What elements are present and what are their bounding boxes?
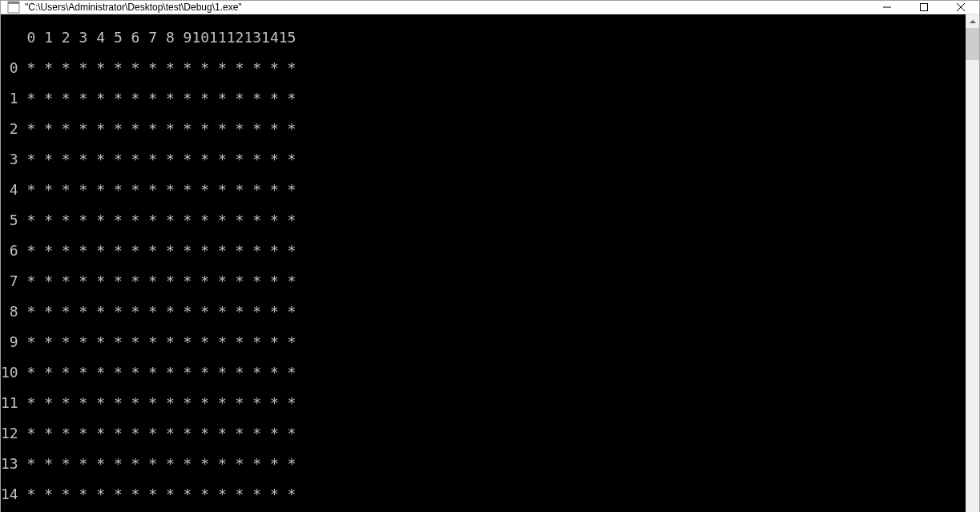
board-row: 10 * * * * * * * * * * * * * * * * xyxy=(1,365,966,380)
app-icon xyxy=(7,1,20,14)
svg-marker-6 xyxy=(970,20,976,23)
board-row: 7 * * * * * * * * * * * * * * * * xyxy=(1,273,966,288)
board-row: 2 * * * * * * * * * * * * * * * * xyxy=(1,121,966,136)
board-row: 0 * * * * * * * * * * * * * * * * xyxy=(1,60,966,75)
svg-rect-3 xyxy=(921,4,928,11)
window-title: "C:\Users\Administrator\Desktop\test\Deb… xyxy=(25,2,242,13)
window-controls xyxy=(869,1,979,14)
svg-rect-1 xyxy=(8,2,19,4)
maximize-button[interactable] xyxy=(905,1,942,14)
board-row: 13 * * * * * * * * * * * * * * * * xyxy=(1,456,966,471)
console-content: 0 1 2 3 4 5 6 7 8 9101112131415 0 * * * … xyxy=(1,14,966,512)
board-row: 14 * * * * * * * * * * * * * * * * xyxy=(1,486,966,502)
vertical-scrollbar[interactable] xyxy=(966,14,979,512)
board-row: 4 * * * * * * * * * * * * * * * * xyxy=(1,182,966,197)
scroll-track[interactable] xyxy=(966,28,979,512)
board-row: 8 * * * * * * * * * * * * * * * * xyxy=(1,304,966,319)
titlebar: "C:\Users\Administrator\Desktop\test\Deb… xyxy=(1,1,979,14)
board-row: 1 * * * * * * * * * * * * * * * * xyxy=(1,91,966,106)
console-area[interactable]: 0 1 2 3 4 5 6 7 8 9101112131415 0 * * * … xyxy=(1,14,979,512)
board-row: 5 * * * * * * * * * * * * * * * * xyxy=(1,212,966,228)
board-row: 11 * * * * * * * * * * * * * * * * xyxy=(1,395,966,410)
board-row: 9 * * * * * * * * * * * * * * * * xyxy=(1,334,966,349)
scroll-thumb[interactable] xyxy=(966,28,979,60)
scroll-up-arrow[interactable] xyxy=(966,14,979,28)
board-row: 12 * * * * * * * * * * * * * * * * xyxy=(1,425,966,441)
minimize-button[interactable] xyxy=(869,1,905,14)
app-window: "C:\Users\Administrator\Desktop\test\Deb… xyxy=(0,0,980,512)
board-row: 3 * * * * * * * * * * * * * * * * xyxy=(1,151,966,167)
board-header-row: 0 1 2 3 4 5 6 7 8 9101112131415 xyxy=(1,30,966,45)
close-button[interactable] xyxy=(942,1,979,14)
console-output: 0 1 2 3 4 5 6 7 8 9101112131415 0 * * * … xyxy=(1,14,966,512)
board-row: 6 * * * * * * * * * * * * * * * * xyxy=(1,243,966,258)
